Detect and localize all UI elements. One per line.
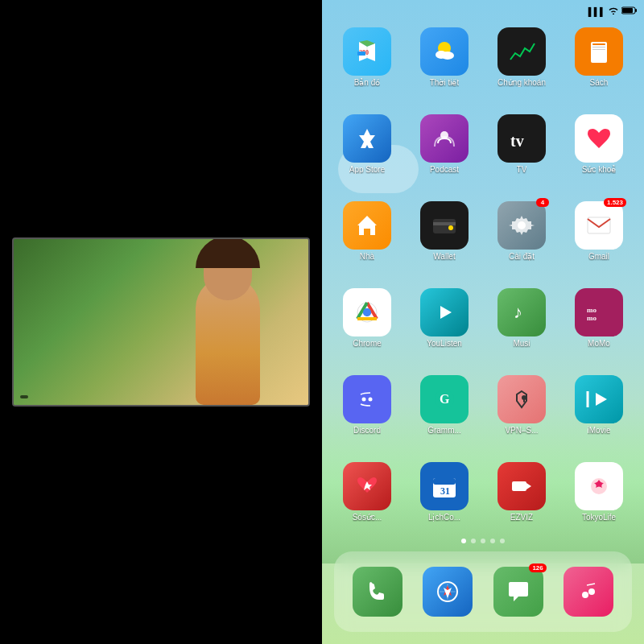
app-item-imovie[interactable]: iMovie [562, 374, 636, 452]
app-item-vpn[interactable]: VPN–S... [485, 374, 559, 452]
app-icon-vpn [497, 375, 546, 423]
app-item-books[interactable]: Sách [562, 26, 636, 105]
svg-text:tv: tv [510, 132, 524, 150]
app-label-ezviz: EZVIZ [510, 513, 533, 522]
app-item-tokyolife[interactable]: TokyoLife [562, 460, 636, 539]
app-label-tokyolife: TokyoLife [582, 513, 616, 522]
app-label-vpn: VPN–S... [505, 426, 538, 435]
app-label-sosuckhoe: Sósức... [353, 513, 382, 522]
app-item-discord[interactable]: Discord [330, 374, 404, 452]
svg-rect-5 [357, 52, 365, 56]
app-label-podcasts: Podcast [430, 165, 459, 174]
page-dot-1[interactable] [471, 539, 476, 543]
svg-text:♪: ♪ [514, 302, 522, 322]
app-icon-discord [343, 375, 391, 423]
app-icon-momo: momo [575, 288, 623, 336]
badge-settings: 4 [536, 198, 549, 207]
app-icon-books [575, 27, 623, 76]
app-icon-maps: 280 [343, 27, 391, 76]
app-label-settings: Cài đặt [509, 252, 535, 261]
app-item-weather[interactable]: Thời tiết [407, 26, 481, 105]
svg-rect-12 [592, 49, 605, 50]
page-dot-3[interactable] [490, 539, 495, 543]
app-item-youlisten[interactable]: YouListen [407, 287, 481, 365]
app-icon-podcasts [420, 114, 469, 163]
app-label-lichco: LịchCo... [428, 513, 460, 522]
app-item-grammarly[interactable]: GGramm... [407, 374, 481, 452]
app-item-settings[interactable]: 4Cài đặt [485, 200, 559, 279]
app-label-musi: Musi [513, 339, 530, 348]
wifi-icon [608, 6, 619, 16]
app-label-stocks: Chứng khoán [497, 78, 546, 87]
app-item-appstore[interactable]: App Store [330, 113, 404, 192]
svg-text:mo: mo [587, 314, 597, 322]
svg-point-47 [588, 588, 595, 595]
svg-point-46 [582, 592, 588, 598]
svg-rect-2 [622, 8, 633, 13]
app-icon-tv: tv [497, 114, 546, 163]
app-label-momo: MoMo [588, 339, 610, 348]
app-item-musi[interactable]: ♪Musi [485, 287, 559, 365]
app-item-home[interactable]: Nhà [330, 200, 404, 279]
app-label-discord: Discord [353, 426, 381, 435]
video-thumbnail[interactable] [12, 237, 310, 407]
svg-rect-38 [512, 481, 526, 491]
svg-marker-15 [357, 216, 377, 235]
app-icon-stocks [497, 27, 546, 76]
app-label-imovie: iMovie [588, 426, 611, 435]
page-dot-0[interactable] [461, 539, 466, 543]
app-item-tv[interactable]: tvTV [485, 113, 559, 192]
app-icon-weather [420, 27, 469, 76]
svg-rect-17 [433, 222, 456, 225]
app-label-home: Nhà [360, 252, 374, 261]
app-item-podcasts[interactable]: Podcast [407, 113, 481, 192]
app-item-wallet[interactable]: Wallet [407, 200, 481, 279]
app-icon-grammarly: G [420, 375, 469, 423]
app-icon-imovie [575, 375, 623, 423]
app-label-gmail: Gmail [588, 252, 609, 261]
dock-item-messages[interactable]: 126 [493, 567, 543, 617]
status-icons: ▌▌▌ [588, 6, 638, 16]
svg-rect-33 [523, 399, 525, 402]
app-item-chrome[interactable]: Chrome [330, 287, 404, 365]
app-item-sosuckhoe[interactable]: Sósức... [330, 460, 404, 539]
dock-item-safari[interactable] [423, 567, 473, 617]
app-icon-youlisten [420, 288, 469, 336]
app-icon-musi: ♪ [497, 288, 546, 336]
app-label-health: Sức khoẻ [582, 165, 617, 174]
app-item-stocks[interactable]: Chứng khoán [485, 26, 559, 105]
app-item-ezviz[interactable]: EZVIZ [485, 460, 559, 539]
svg-line-48 [587, 584, 595, 585]
page-dots [322, 539, 644, 543]
app-label-grammarly: Gramm... [427, 426, 461, 435]
svg-point-28 [362, 398, 366, 402]
app-item-lichco[interactable]: 31LịchCo... [407, 460, 481, 539]
app-label-books: Sách [590, 78, 609, 87]
page-dot-2[interactable] [481, 539, 485, 543]
svg-marker-39 [526, 483, 531, 489]
app-item-maps[interactable]: 280Bản đồ [330, 26, 404, 105]
dock-item-music[interactable] [564, 567, 613, 617]
battery-icon [621, 6, 638, 16]
dock: 126 [334, 551, 632, 632]
svg-rect-20 [588, 217, 610, 233]
right-panel: ▌▌▌ 280Bản đồThời tiếtChứng khoánSáchApp… [322, 0, 644, 644]
dock-icon-phone [353, 567, 402, 617]
app-item-health[interactable]: Sức khoẻ [562, 113, 636, 192]
app-item-momo[interactable]: momoMoMo [562, 287, 636, 365]
app-item-gmail[interactable]: 1.523Gmail [562, 200, 636, 279]
svg-text:G: G [440, 392, 450, 406]
dock-badge-messages: 126 [529, 564, 546, 572]
app-icon-gmail: 1.523 [575, 201, 623, 250]
svg-point-18 [448, 225, 453, 230]
page-dot-4[interactable] [500, 539, 505, 543]
app-icon-wallet [420, 201, 469, 250]
app-icon-settings: 4 [497, 201, 546, 250]
app-icon-tokyolife [575, 462, 623, 510]
svg-text:mo: mo [587, 306, 597, 314]
svg-point-29 [369, 398, 373, 402]
app-label-tv: TV [517, 165, 527, 174]
video-subtitle [20, 395, 28, 398]
dock-item-phone[interactable] [353, 567, 402, 617]
app-icon-health [575, 114, 623, 163]
